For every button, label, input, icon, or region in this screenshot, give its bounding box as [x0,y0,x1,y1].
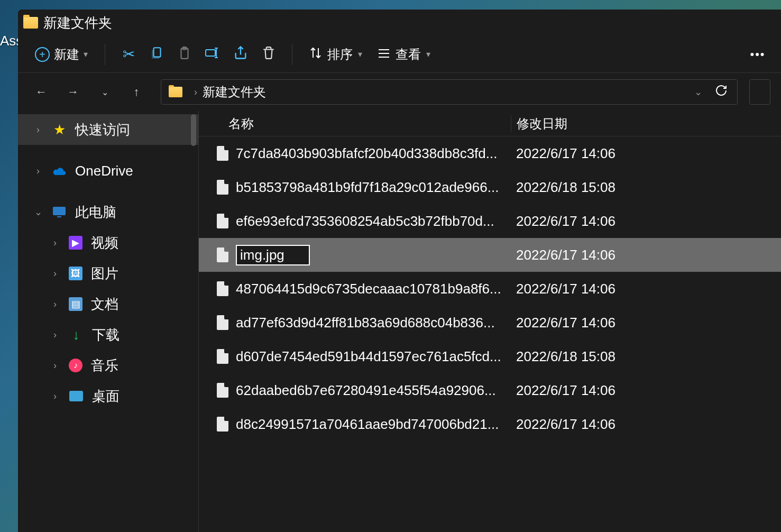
file-icon [217,383,228,398]
view-button[interactable]: 查看 ▾ [371,42,437,67]
file-name: 487064415d9c6735decaaac10781b9a8f6... [236,281,511,297]
sidebar-item-label: OneDrive [75,163,133,179]
rename-icon [205,46,220,63]
copy-button[interactable] [144,42,169,67]
copy-icon [150,45,163,63]
plus-circle-icon: + [35,47,50,62]
rename-button[interactable] [200,42,225,67]
file-date: 2022/6/17 14:06 [511,416,781,433]
back-button[interactable]: ← [29,79,54,105]
file-row[interactable]: ef6e93efcd7353608254ab5c3b72fbb70d...202… [199,204,781,238]
navigation-row: ← → ⌄ ↑ › 新建文件夹 ⌄ 🔍 [18,73,781,111]
chevron-right-icon[interactable]: › [50,237,60,249]
sort-button[interactable]: 排序 ▾ [303,42,369,67]
svg-rect-8 [57,216,61,217]
column-header-name[interactable]: 名称 [199,115,511,132]
sidebar-item-label: 文档 [91,295,118,314]
forward-button[interactable]: → [60,79,86,105]
document-icon: ▤ [69,297,82,311]
chevron-right-icon[interactable]: › [33,166,43,177]
delete-button[interactable] [256,42,281,67]
sidebar-item-downloads[interactable]: › ↓ 下载 [18,319,198,350]
file-row[interactable]: ad77ef63d9d42ff81b83a69d688c04b836...202… [199,306,781,340]
sidebar-item-onedrive[interactable]: › OneDrive [18,155,198,186]
recent-button[interactable]: ⌄ [92,79,117,105]
rename-input[interactable] [236,245,310,265]
chevron-right-icon[interactable]: › [50,268,60,279]
file-date: 2022/6/17 14:06 [511,281,781,297]
file-date: 2022/6/17 14:06 [511,247,781,263]
file-name: ef6e93efcd7353608254ab5c3b72fbb70d... [236,213,511,230]
search-box[interactable]: 🔍 [749,79,770,105]
monitor-icon [52,205,67,219]
file-icon [217,247,228,262]
file-row[interactable]: 2022/6/17 14:06 [199,238,781,272]
chevron-right-icon[interactable]: › [33,124,43,135]
file-row[interactable]: 487064415d9c6735decaaac10781b9a8f6...202… [199,272,781,306]
sidebar-item-documents[interactable]: › ▤ 文档 [18,289,198,319]
chevron-right-icon[interactable]: › [50,299,60,310]
chevron-down-icon: ▾ [358,49,362,59]
file-icon [217,146,228,161]
file-row[interactable]: 62daabed6b7e67280491e455f54a92906...2022… [199,373,781,407]
video-icon: ▶ [69,236,82,250]
separator [105,44,105,65]
chevron-down-icon[interactable]: ⌄ [33,206,43,218]
clipboard-icon [178,45,191,63]
toolbar: + 新建 ▾ ✂ [18,36,781,73]
share-button[interactable] [228,42,253,67]
cloud-icon [52,163,67,178]
svg-rect-3 [206,50,215,56]
file-icon [217,281,228,296]
sidebar-item-label: 图片 [91,264,118,283]
scissors-icon: ✂ [123,45,135,63]
sidebar-item-music[interactable]: › ♪ 音乐 [18,350,198,381]
sidebar: › ★ 快速访问 › OneDrive ⌄ 此电脑 [18,111,199,532]
address-bar[interactable]: › 新建文件夹 ⌄ [161,79,738,105]
new-button[interactable]: + 新建 ▾ [29,42,94,67]
file-name: 7c7da8403b903bfafcf20b40d338db8c3fd... [236,145,511,162]
file-date: 2022/6/18 15:08 [511,348,781,365]
sidebar-item-pictures[interactable]: › 🖼 图片 [18,258,198,289]
sort-button-label: 排序 [327,46,353,63]
sidebar-item-desktop[interactable]: › 桌面 [18,381,198,411]
paste-button[interactable] [172,42,197,67]
file-date: 2022/6/17 14:06 [511,213,781,230]
up-button[interactable]: ↑ [124,79,149,105]
file-name: 62daabed6b7e67280491e455f54a92906... [236,382,511,399]
file-date: 2022/6/17 14:06 [511,382,781,399]
chevron-right-icon[interactable]: › [50,329,60,341]
file-icon [217,180,228,195]
chevron-down-icon: ▾ [426,49,430,59]
file-date: 2022/6/18 15:08 [511,179,781,196]
address-folder[interactable]: 新建文件夹 [203,84,266,100]
cut-button[interactable]: ✂ [116,42,141,67]
file-row[interactable]: b51853798a481b9fd7f18a29c012ade966...202… [199,170,781,204]
new-button-label: 新建 [54,46,79,63]
folder-icon [169,87,182,97]
chevron-down-icon[interactable]: ⌄ [694,86,702,98]
more-button[interactable]: ••• [745,42,770,67]
view-icon [378,47,390,62]
arrow-left-icon: ← [35,85,47,99]
music-icon: ♪ [69,359,82,372]
sidebar-item-label: 快速访问 [75,121,130,139]
file-date: 2022/6/17 14:06 [511,145,781,162]
file-row[interactable]: d8c24991571a70461aae9bd747006bd21...2022… [199,407,781,441]
image-icon: 🖼 [69,267,82,280]
download-icon: ↓ [69,327,84,342]
refresh-button[interactable] [715,84,728,100]
scrollbar-thumb[interactable] [191,114,196,146]
chevron-right-icon[interactable]: › [50,360,60,371]
file-row[interactable]: 7c7da8403b903bfafcf20b40d338db8c3fd...20… [199,136,781,170]
title-bar[interactable]: 新建文件夹 [18,10,781,36]
sidebar-item-videos[interactable]: › ▶ 视频 [18,227,198,258]
sidebar-item-this-pc[interactable]: ⌄ 此电脑 [18,197,198,227]
chevron-right-icon[interactable]: › [50,391,60,402]
sidebar-item-label: 桌面 [92,387,120,406]
sidebar-item-label: 音乐 [91,356,118,375]
sidebar-item-quick-access[interactable]: › ★ 快速访问 [18,114,198,145]
file-row[interactable]: d607de7454ed591b44d1597ec761ac5fcd...202… [199,340,781,373]
file-name: d8c24991571a70461aae9bd747006bd21... [236,416,511,433]
column-header-date[interactable]: 修改日期 [511,115,781,132]
